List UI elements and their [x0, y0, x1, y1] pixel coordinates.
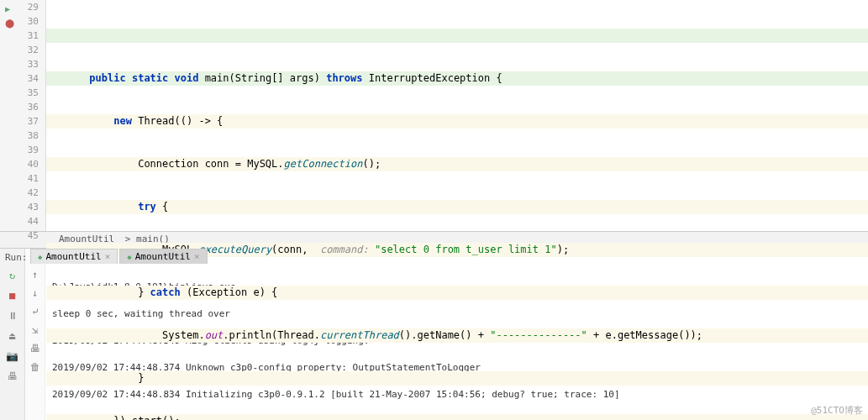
close-icon[interactable]: × — [105, 251, 111, 262]
class-icon: ◆ — [38, 253, 42, 261]
clear-icon[interactable]: 🗑 — [30, 361, 40, 373]
pause-button[interactable]: ⏸ — [6, 309, 19, 323]
run-tabs: ◆AmountUtil× ◆AmountUtil× — [30, 249, 208, 264]
watermark: @51CTO博客 — [811, 404, 863, 417]
up-icon[interactable]: ↑ — [32, 269, 38, 281]
run-tab[interactable]: ◆AmountUtil× — [30, 249, 118, 264]
dump-button[interactable]: 📷 — [6, 349, 19, 363]
code-area[interactable]: public static void main(String[] args) t… — [46, 0, 868, 231]
rerun-button[interactable]: ↻ — [6, 269, 19, 282]
scroll-icon[interactable]: ⇲ — [32, 324, 38, 336]
run-tab-active[interactable]: ◆AmountUtil× — [119, 249, 207, 264]
exit-button[interactable]: ⏏ — [6, 329, 19, 343]
wrap-icon[interactable]: ⤶ — [31, 306, 39, 318]
print-button[interactable]: 🖶 — [6, 370, 19, 383]
stop-button[interactable]: ■ — [6, 289, 19, 302]
run-gutter-icon[interactable]: ▶ — [5, 2, 10, 16]
class-icon: ◆ — [127, 253, 131, 261]
run-toolbar: ↻ ■ ⏸ ⏏ 📷 🖶 — [0, 249, 25, 420]
print-icon[interactable]: 🖶 — [30, 343, 40, 354]
close-icon[interactable]: × — [194, 251, 200, 262]
run-label: Run: — [5, 252, 28, 263]
breakpoint-icon[interactable]: ⬤ — [5, 16, 14, 30]
code-editor[interactable]: ▶ ⬤ 29 30 31 32 33 34 35 36 37 38 39 40 … — [0, 0, 868, 231]
line-gutter: ▶ ⬤ 29 30 31 32 33 34 35 36 37 38 39 40 … — [0, 0, 46, 231]
down-icon[interactable]: ↓ — [32, 287, 38, 299]
console-gutter: ↑ ↓ ⤶ ⇲ 🖶 🗑 — [25, 249, 45, 420]
